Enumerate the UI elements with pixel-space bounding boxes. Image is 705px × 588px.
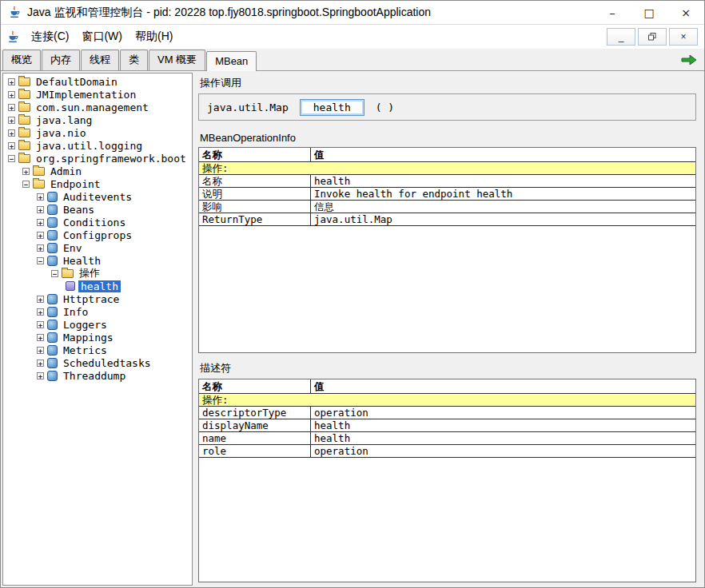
bean-icon bbox=[47, 205, 58, 215]
operation-invoke-box: java.util.Map health ( ) bbox=[198, 93, 696, 121]
window-controls: – □ × bbox=[594, 1, 704, 24]
inner-close-button[interactable]: × bbox=[669, 28, 698, 46]
expand-toggle-icon[interactable]: + bbox=[8, 104, 15, 111]
title-bar[interactable]: Java 监视和管理控制台 - pid: 20228 top.fjy8018.s… bbox=[1, 1, 704, 25]
operation-info-title: MBeanOperationInfo bbox=[200, 132, 696, 144]
menu-window[interactable]: 窗口(W) bbox=[75, 27, 129, 46]
expand-toggle-icon[interactable]: + bbox=[22, 168, 30, 175]
collapse-toggle-icon[interactable]: − bbox=[8, 155, 15, 162]
expand-toggle-icon[interactable]: + bbox=[37, 244, 44, 252]
folder-icon bbox=[18, 116, 30, 125]
menu-bar: 连接(C)窗口(W)帮助(H) _ × bbox=[1, 25, 704, 49]
expand-toggle-icon[interactable]: + bbox=[37, 308, 44, 316]
tree-node-endpoint[interactable]: −Endpoint bbox=[3, 177, 192, 190]
descriptor-title: 描述符 bbox=[200, 361, 696, 375]
tree-node-conditions[interactable]: +Conditions bbox=[3, 216, 192, 228]
row-value-cell: Invoke health for endpoint health bbox=[311, 188, 695, 200]
restore-icon[interactable] bbox=[638, 28, 667, 46]
table-row[interactable]: namehealth bbox=[199, 432, 695, 445]
folder-icon bbox=[33, 180, 45, 189]
tree-node-loggers[interactable]: +Loggers bbox=[3, 318, 192, 331]
tab-memory[interactable]: 内存 bbox=[42, 50, 80, 70]
tree-node-health[interactable]: health bbox=[3, 280, 192, 292]
expand-toggle-icon[interactable]: + bbox=[37, 372, 44, 379]
menu-help[interactable]: 帮助(H) bbox=[129, 27, 179, 46]
table-row[interactable]: 名称health bbox=[199, 175, 695, 188]
tree-node-label: Info bbox=[61, 306, 90, 318]
tree-node-label: Metrics bbox=[61, 344, 110, 356]
tree-node-jmimplementation[interactable]: +JMImplementation bbox=[3, 88, 192, 101]
expand-toggle-icon[interactable]: + bbox=[37, 347, 44, 354]
tree-node-java-nio[interactable]: +java.nio bbox=[3, 126, 192, 139]
tree-node-label: 操作 bbox=[77, 266, 102, 280]
tab-overview[interactable]: 概览 bbox=[2, 50, 41, 70]
expand-toggle-icon[interactable]: + bbox=[8, 129, 15, 137]
table-row[interactable]: displayNamehealth bbox=[199, 419, 695, 432]
table-row[interactable]: 影响信息 bbox=[199, 201, 695, 213]
collapse-toggle-icon[interactable]: − bbox=[51, 270, 58, 277]
tree-node-info[interactable]: +Info bbox=[3, 305, 192, 318]
tree-node-metrics[interactable]: +Metrics bbox=[3, 344, 192, 356]
tree-node-mappings[interactable]: +Mappings bbox=[3, 331, 192, 344]
tree-node-health[interactable]: −Health bbox=[3, 254, 192, 267]
expand-toggle-icon[interactable]: + bbox=[37, 193, 44, 201]
tab-classes[interactable]: 类 bbox=[120, 50, 148, 70]
tree-node-label: DefaultDomain bbox=[34, 76, 120, 88]
bean-icon bbox=[47, 371, 58, 381]
expand-toggle-icon[interactable]: + bbox=[37, 219, 44, 226]
window-title: Java 监视和管理控制台 - pid: 20228 top.fjy8018.s… bbox=[27, 6, 431, 20]
row-value-cell: operation bbox=[311, 445, 695, 457]
column-header-value: 值 bbox=[311, 148, 695, 161]
tree-node-beans[interactable]: +Beans bbox=[3, 203, 192, 216]
java-cup-icon bbox=[7, 6, 22, 20]
menu-connect[interactable]: 连接(C) bbox=[25, 27, 75, 46]
tree-node-label: Configprops bbox=[61, 229, 134, 241]
minimize-button[interactable]: – bbox=[594, 1, 631, 24]
tree-node-java-util-logging[interactable]: +java.util.logging bbox=[3, 139, 192, 152]
tree-node-env[interactable]: +Env bbox=[3, 241, 192, 254]
tree-node-org-springframework-boot[interactable]: −org.springframework.boot bbox=[3, 152, 192, 165]
section-row: 操作: bbox=[199, 162, 695, 175]
table-row[interactable]: descriptorTypeoperation bbox=[199, 407, 695, 419]
tree-node-configprops[interactable]: +Configprops bbox=[3, 228, 192, 241]
maximize-button[interactable]: □ bbox=[631, 1, 667, 24]
tree-node-com-sun-management[interactable]: +com.sun.management bbox=[3, 101, 192, 113]
tree-node-httptrace[interactable]: +Httptrace bbox=[3, 292, 192, 305]
tree-node-操作[interactable]: −操作 bbox=[3, 267, 192, 280]
collapse-toggle-icon[interactable]: − bbox=[37, 257, 44, 264]
table-row[interactable]: 说明Invoke health for endpoint health bbox=[199, 188, 695, 201]
expand-toggle-icon[interactable]: + bbox=[8, 78, 15, 85]
invoke-health-button[interactable]: health bbox=[300, 99, 364, 116]
expand-toggle-icon[interactable]: + bbox=[37, 296, 44, 303]
row-value-cell: operation bbox=[311, 407, 695, 419]
expand-toggle-icon[interactable]: + bbox=[8, 142, 15, 149]
expand-toggle-icon[interactable]: + bbox=[37, 360, 44, 367]
expand-toggle-icon[interactable]: + bbox=[8, 117, 15, 124]
tree-node-java-lang[interactable]: +java.lang bbox=[3, 113, 192, 126]
expand-toggle-icon[interactable]: + bbox=[37, 206, 44, 213]
tab-threads[interactable]: 线程 bbox=[81, 50, 119, 70]
expand-toggle-icon[interactable]: + bbox=[37, 334, 44, 341]
inner-minimize-button[interactable]: _ bbox=[607, 28, 635, 46]
column-header-name: 名称 bbox=[199, 379, 311, 393]
tree-node-threaddump[interactable]: +Threaddump bbox=[3, 369, 192, 382]
tree-node-defaultdomain[interactable]: +DefaultDomain bbox=[3, 75, 192, 88]
expand-toggle-icon[interactable]: + bbox=[37, 321, 44, 328]
table-row[interactable]: ReturnTypejava.util.Map bbox=[199, 213, 695, 226]
expand-toggle-icon[interactable]: + bbox=[8, 91, 15, 98]
bean-icon bbox=[47, 294, 58, 304]
table-row[interactable]: roleoperation bbox=[199, 445, 695, 458]
tab-mbean[interactable]: MBean bbox=[206, 51, 257, 71]
expand-toggle-icon[interactable]: + bbox=[37, 232, 44, 239]
tree-node-label: health bbox=[78, 280, 121, 292]
tab-vm-summary[interactable]: VM 概要 bbox=[149, 50, 205, 70]
collapse-toggle-icon[interactable]: − bbox=[22, 181, 30, 188]
tree-node-auditevents[interactable]: +Auditevents bbox=[3, 190, 192, 203]
tree-node-scheduledtasks[interactable]: +Scheduledtasks bbox=[3, 356, 192, 369]
tree-node-admin[interactable]: +Admin bbox=[3, 165, 192, 177]
tab-bar: 概览内存线程类VM 概要MBean bbox=[1, 49, 704, 71]
tree-node-label: Auditevents bbox=[61, 191, 134, 203]
close-button[interactable]: × bbox=[667, 1, 704, 24]
row-value-cell: health bbox=[311, 432, 695, 444]
descriptor-table: 名称值操作:descriptorTypeoperationdisplayName… bbox=[198, 379, 696, 582]
